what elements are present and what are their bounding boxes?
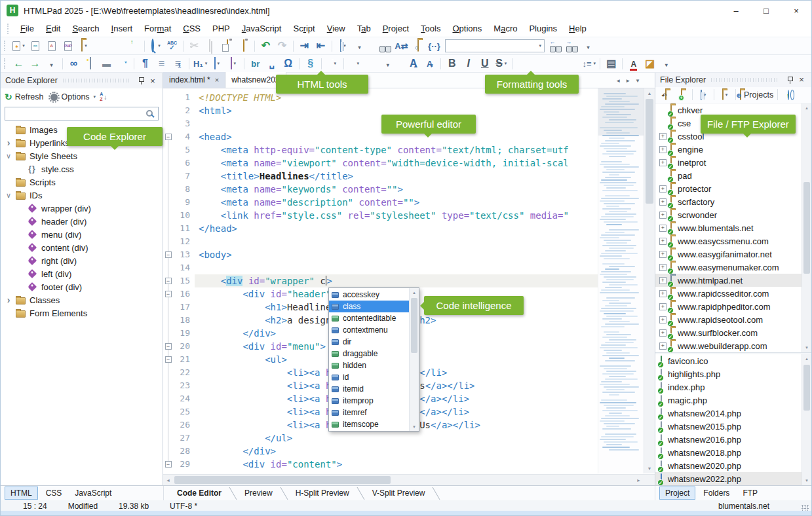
insert-comment-button[interactable] — [115, 56, 131, 71]
code-line[interactable]: 11</head> — [163, 222, 598, 235]
outdent-button[interactable]: ⇤ — [313, 39, 329, 54]
expand-plus-icon[interactable]: + — [659, 146, 667, 153]
expand-plus-icon[interactable]: + — [659, 198, 667, 206]
completion-item-itemscope[interactable]: itemscope — [329, 418, 409, 430]
copy-button[interactable] — [203, 39, 219, 54]
tree-item-right-div-[interactable]: right (div) — [1, 254, 163, 267]
popup-scroll-down-icon[interactable]: ▼ — [410, 422, 419, 431]
file-item-index.php[interactable]: ✓index.php — [655, 380, 811, 394]
paragraph-marks-button[interactable]: ¶ — [137, 56, 153, 71]
save-all-button[interactable] — [109, 39, 125, 54]
code-line[interactable]: −15 <div id="wrapper" c> — [163, 274, 598, 287]
expand-plus-icon[interactable]: + — [659, 264, 667, 271]
menu-format[interactable]: Format — [138, 22, 177, 35]
insert-nbsp-button[interactable]: ␣ — [263, 56, 280, 71]
file-item-whatsnew2015.php[interactable]: ✓whatsnew2015.php — [655, 420, 811, 433]
code-line[interactable]: 28 </div> — [163, 445, 598, 458]
view-tab-v-split-preview[interactable]: V-Split Preview — [362, 487, 436, 499]
insert-hr-button[interactable]: ▬ — [98, 56, 115, 71]
bold-button[interactable]: B — [444, 56, 460, 71]
insert-br-button[interactable]: br — [247, 56, 263, 71]
close-panel-icon[interactable]: × — [796, 75, 807, 85]
scroll-down-icon[interactable]: ▼ — [644, 464, 655, 473]
tree-item-content-div-[interactable]: content (div) — [1, 241, 163, 254]
completion-item-hidden[interactable]: hidden — [329, 359, 409, 371]
code-line[interactable]: 9 <meta name="description" content=""> — [163, 196, 598, 209]
fold-collapse-icon[interactable]: − — [165, 343, 172, 350]
code-line[interactable]: 7 <title>Headlines</title> — [163, 170, 598, 183]
expand-plus-icon[interactable]: + — [659, 251, 667, 258]
code-line[interactable]: −4<head> — [163, 130, 598, 143]
indent-button[interactable]: ⇥ — [296, 39, 313, 54]
menu-css[interactable]: CSS — [177, 22, 206, 35]
menu-insert[interactable]: Insert — [106, 22, 139, 35]
expand-plus-icon[interactable]: + — [659, 316, 667, 323]
expand-plus-icon[interactable]: + — [659, 159, 667, 166]
expand-plus-icon[interactable]: + — [659, 225, 667, 232]
insert-tag-button[interactable]: ▾ — [324, 56, 341, 71]
close-panel-icon[interactable]: × — [147, 75, 158, 86]
minimize-button[interactable]: – — [721, 1, 751, 20]
file-item-whatsnew2022.php[interactable]: ✓whatsnew2022.php — [655, 472, 811, 485]
expand-plus-icon[interactable]: + — [659, 238, 667, 245]
spell-check-button[interactable]: ABC✓ — [164, 39, 180, 54]
view-mode-button[interactable]: ▾ — [695, 87, 711, 102]
menu-javascript[interactable]: JavaScript — [236, 22, 288, 35]
minimap[interactable] — [598, 88, 644, 473]
doc-type-tab-css[interactable]: CSS — [41, 487, 68, 499]
align-justify-button[interactable] — [564, 56, 581, 71]
find-button[interactable]: ▾ — [147, 39, 164, 54]
file-item-whatsnew2018.php[interactable]: ✓whatsnew2018.php — [655, 446, 811, 459]
completion-item-itemref[interactable]: itemref — [329, 407, 409, 418]
close-tab-icon[interactable]: × — [215, 76, 219, 84]
fold-collapse-icon[interactable]: − — [165, 461, 172, 468]
menu-macro[interactable]: Macro — [488, 22, 523, 35]
code-snippet-button[interactable]: {··} — [426, 39, 442, 54]
scroll-left-icon[interactable]: ◄ — [163, 475, 173, 485]
fold-column[interactable]: − — [163, 458, 174, 471]
save-upload-button[interactable]: ↑ — [125, 39, 142, 54]
expand-plus-icon[interactable]: + — [659, 277, 667, 284]
file-item-whatsnew2016.php[interactable]: ✓whatsnew2016.php — [655, 433, 811, 446]
strikethrough-button[interactable]: S▾ — [493, 56, 509, 71]
file-item-highlights.php[interactable]: ✓highlights.php — [655, 367, 811, 380]
fold-collapse-icon[interactable]: − — [165, 356, 172, 363]
files-scrollbar[interactable]: ▲▼ — [802, 354, 811, 485]
new-php-button[interactable]: PHP — [60, 39, 76, 54]
search-combobox[interactable]: ▾ — [445, 39, 545, 52]
expand-plus-icon[interactable]: + — [659, 303, 667, 310]
doc-type-tab-html[interactable]: HTML — [5, 487, 38, 500]
doc-type-tab-javascript[interactable]: JavaScript — [69, 487, 117, 499]
file-item-whatsnew2014.php[interactable]: ✓whatsnew2014.php — [655, 407, 811, 420]
sort-az-button[interactable]: AZ↓ — [100, 92, 107, 101]
folder-item-www.easygifanimator.net[interactable]: +✓www.easygifanimator.net — [655, 248, 811, 261]
tree-item-footer-div-[interactable]: footer (div) — [1, 280, 163, 293]
folder-item-www.rapidcsseditor.com[interactable]: +✓www.rapidcsseditor.com — [655, 287, 811, 300]
undo-button[interactable]: ↶ — [258, 39, 274, 54]
folder-item-www.webuilderapp.com[interactable]: +✓www.webuilderapp.com — [655, 339, 811, 352]
navigate-back-button[interactable]: ← — [10, 56, 27, 71]
folder-item-www.surfblocker.com[interactable]: +✓www.surfblocker.com — [655, 326, 811, 339]
refresh-button[interactable]: Refresh — [15, 92, 44, 101]
folder-item-engine[interactable]: +✓engine — [655, 143, 811, 156]
tree-item-menu-div-[interactable]: menu (div) — [1, 228, 163, 241]
folder-item-www.rapidphpeditor.com[interactable]: +✓www.rapidphpeditor.com — [655, 300, 811, 313]
view-tab-h-split-preview[interactable]: H-Split Preview — [285, 487, 360, 499]
expand-plus-icon[interactable]: + — [659, 329, 667, 337]
fill-color-button[interactable]: ◪ — [642, 56, 658, 71]
code-line[interactable]: 2<html> — [163, 104, 598, 117]
folder-item-scrfactory[interactable]: +✓scrfactory — [655, 195, 811, 208]
maximize-button[interactable]: □ — [751, 1, 781, 20]
tab-list-icon[interactable]: ▼ — [635, 78, 640, 84]
menu-file[interactable]: File — [14, 22, 40, 35]
options-button[interactable]: Options — [62, 92, 90, 101]
insert-link-button[interactable]: ∞ — [66, 56, 82, 71]
new-html-button[interactable]: <> — [27, 39, 43, 54]
code-line[interactable]: 10 <link href="style.css" rel="styleshee… — [163, 209, 598, 222]
font-decrease-button[interactable]: A▾ — [421, 56, 438, 71]
fold-column[interactable]: − — [163, 248, 174, 261]
folder-item-inetprot[interactable]: +✓inetprot — [655, 156, 811, 169]
insert-image-button[interactable] — [82, 56, 98, 71]
tree-item-left-div-[interactable]: left (div) — [1, 267, 163, 280]
ordered-list-button[interactable]: ≡1 — [170, 56, 186, 71]
